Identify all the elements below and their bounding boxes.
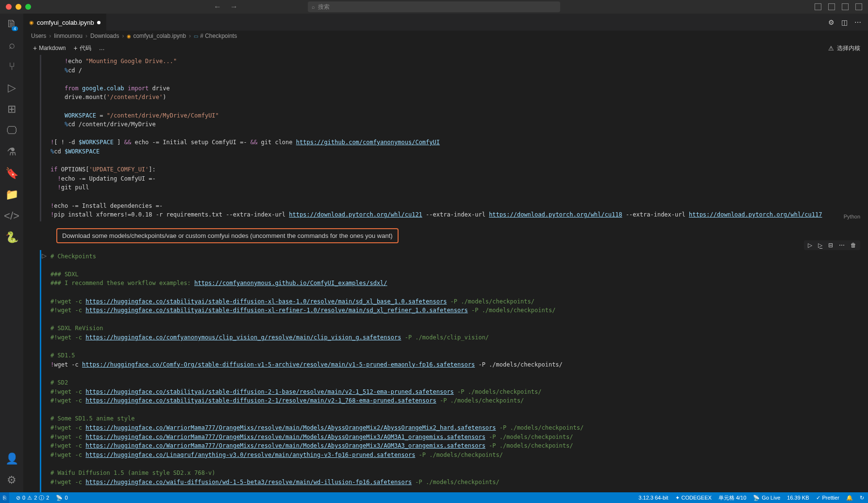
python-icon[interactable]: 🐍 bbox=[5, 231, 18, 244]
plus-icon: + bbox=[74, 44, 78, 52]
minimize-window-button[interactable] bbox=[16, 4, 21, 10]
code-cell-1: !echo "Mounting Google Drive..." %cd / f… bbox=[23, 55, 868, 221]
command-center-search[interactable]: ⌕ 搜索 bbox=[308, 1, 560, 12]
source-control-icon[interactable]: ⑂ bbox=[9, 60, 15, 73]
split-editor-icon[interactable]: ◫ bbox=[841, 18, 848, 26]
prettier-status[interactable]: ✓Prettier bbox=[816, 494, 839, 502]
cell-body[interactable]: !echo "Mounting Google Drive..." %cd / f… bbox=[50, 55, 868, 221]
broadcast-icon: 📡 bbox=[753, 495, 760, 501]
navigation-arrows: ← → bbox=[214, 2, 238, 11]
add-code-button[interactable]: +代码 bbox=[72, 43, 93, 53]
run-by-line-icon[interactable]: ▷ bbox=[808, 242, 812, 249]
info-icon: ⓘ bbox=[39, 494, 44, 502]
explorer-icon[interactable]: 🗎4 bbox=[6, 17, 17, 30]
extensions-icon[interactable]: ⊞ bbox=[7, 103, 16, 116]
settings-gear-icon[interactable]: ⚙ bbox=[7, 474, 17, 486]
delete-cell-icon[interactable]: 🗑 bbox=[851, 242, 856, 249]
kernel-selector[interactable]: ⚠ 选择内核 bbox=[828, 44, 860, 52]
ports-status[interactable]: 📡0 bbox=[56, 495, 67, 501]
breadcrumb-file[interactable]: ◉comfyui_colab.ipynb bbox=[127, 33, 186, 39]
breadcrumb-users[interactable]: Users bbox=[31, 33, 46, 39]
cell-stripe bbox=[40, 55, 41, 221]
titlebar: ← → ⌕ 搜索 bbox=[0, 0, 868, 14]
nav-forward-button[interactable]: → bbox=[230, 2, 238, 11]
accounts-icon[interactable]: 👤 bbox=[5, 453, 18, 465]
problems-status[interactable]: ⊘0 ⚠2 ⓘ2 bbox=[16, 494, 49, 502]
warning-icon: ⚠ bbox=[27, 495, 32, 501]
feedback-icon[interactable]: ↻ bbox=[860, 494, 864, 502]
codegeex-status[interactable]: ✦CODEGEEX bbox=[675, 494, 712, 502]
remote-explorer-icon[interactable]: 🖵 bbox=[6, 124, 17, 137]
language-label[interactable]: Python bbox=[844, 214, 860, 219]
testing-icon[interactable]: ⚗ bbox=[7, 146, 17, 158]
code-content[interactable]: !echo "Mounting Google Drive..." %cd / f… bbox=[50, 55, 860, 221]
chevron-right-icon: › bbox=[85, 33, 87, 39]
code-icon[interactable]: </> bbox=[4, 210, 19, 222]
run-debug-icon[interactable]: ▷ bbox=[8, 82, 16, 94]
cells-status[interactable]: 单元格 4/10 bbox=[718, 494, 746, 502]
code-cell-2: ▷ ▷ ▷̲ ⊟ ⋯ 🗑 # Checkpoints ### SDXL ### … bbox=[23, 250, 868, 492]
remote-indicator[interactable]: ⎘ bbox=[0, 492, 9, 503]
explorer-badge: 4 bbox=[12, 26, 18, 31]
customize-layout-icon[interactable] bbox=[855, 3, 862, 10]
execute-above-icon[interactable]: ▷̲ bbox=[818, 242, 822, 249]
editor-tab-actions: ⚙ ◫ ⋯ bbox=[828, 14, 868, 31]
breadcrumb-checkpoints[interactable]: ▭# Checkpoints bbox=[194, 33, 237, 39]
dirty-indicator bbox=[97, 21, 100, 24]
code-content[interactable]: # Checkpoints ### SDXL ### I recommend t… bbox=[50, 250, 860, 492]
plus-icon: + bbox=[33, 44, 37, 52]
toggle-primary-sidebar-icon[interactable] bbox=[815, 3, 821, 10]
notebook-content[interactable]: !echo "Mounting Google Drive..." %cd / f… bbox=[23, 55, 868, 492]
markdown-cell-download: Download some models/checkpoints/vae or … bbox=[23, 225, 868, 246]
error-icon: ⊘ bbox=[16, 495, 20, 501]
search-placeholder: 搜索 bbox=[318, 3, 330, 11]
more-actions-icon[interactable]: ⋯ bbox=[854, 18, 861, 26]
tab-comfyui-colab[interactable]: ◉ comfyui_colab.ipynb bbox=[23, 14, 106, 31]
cell-toolbar: ▷ ▷̲ ⊟ ⋯ 🗑 bbox=[804, 240, 860, 250]
toggle-secondary-sidebar-icon[interactable] bbox=[842, 3, 849, 10]
editor-tabs: ◉ comfyui_colab.ipynb ⚙ ◫ ⋯ bbox=[23, 14, 868, 31]
python-version-status[interactable]: 3.12.3 64-bit bbox=[638, 494, 668, 502]
tab-filename: comfyui_colab.ipynb bbox=[37, 19, 94, 26]
breadcrumb: Users › linmoumou › Downloads › ◉comfyui… bbox=[23, 31, 868, 41]
jupyter-icon: ◉ bbox=[29, 19, 34, 26]
close-window-button[interactable] bbox=[6, 4, 12, 10]
cell-stripe-active bbox=[40, 250, 41, 492]
cell-gutter bbox=[23, 225, 50, 246]
more-cell-actions-icon[interactable]: ⋯ bbox=[839, 242, 845, 249]
run-cell-button[interactable]: ▷ bbox=[42, 252, 47, 492]
nav-back-button[interactable]: ← bbox=[214, 2, 221, 11]
kernel-label: 选择内核 bbox=[837, 44, 860, 52]
search-icon: ⌕ bbox=[312, 4, 315, 10]
statusbar: ⎘ ⊘0 ⚠2 ⓘ2 📡0 3.12.3 64-bit ✦CODEGEEX 单元… bbox=[0, 492, 868, 503]
search-activity-icon[interactable]: ⌕ bbox=[9, 39, 15, 51]
file-size-status[interactable]: 16.39 KB bbox=[787, 494, 809, 502]
breadcrumb-downloads[interactable]: Downloads bbox=[90, 33, 119, 39]
cell-gutter bbox=[23, 55, 50, 221]
sparkle-icon: ✦ bbox=[675, 495, 680, 501]
folder-icon[interactable]: 📁 bbox=[5, 188, 18, 201]
check-icon: ✓ bbox=[816, 495, 820, 501]
split-cell-icon[interactable]: ⊟ bbox=[828, 242, 833, 249]
add-markdown-button[interactable]: +Markdown bbox=[31, 43, 68, 53]
compare-icon[interactable]: ⚙ bbox=[828, 18, 835, 26]
maximize-window-button[interactable] bbox=[25, 4, 31, 10]
chevron-right-icon: › bbox=[49, 33, 51, 39]
notifications-icon[interactable]: 🔔 bbox=[846, 494, 853, 502]
markdown-heading-highlighted: Download some models/checkpoints/vae or … bbox=[56, 228, 399, 243]
jupyter-icon: ◉ bbox=[127, 34, 131, 39]
cell-body[interactable]: ▷ ▷̲ ⊟ ⋯ 🗑 # Checkpoints ### SDXL ### I … bbox=[50, 250, 868, 492]
layout-controls bbox=[815, 3, 862, 10]
cell-gutter: ▷ bbox=[23, 250, 50, 492]
markdown-body[interactable]: Download some models/checkpoints/vae or … bbox=[50, 225, 868, 246]
kernel-icon: ⚠ bbox=[828, 45, 834, 52]
markdown-icon: ▭ bbox=[194, 34, 198, 39]
bookmarks-icon[interactable]: 🔖 bbox=[5, 167, 18, 180]
go-live-status[interactable]: 📡Go Live bbox=[753, 494, 780, 502]
breadcrumb-linmoumou[interactable]: linmoumou bbox=[54, 33, 83, 39]
notebook-toolbar: +Markdown +代码 … ⚠ 选择内核 bbox=[23, 41, 868, 55]
radio-icon: 📡 bbox=[56, 495, 63, 501]
toolbar-more-button[interactable]: … bbox=[97, 44, 107, 52]
editor-area: ◉ comfyui_colab.ipynb ⚙ ◫ ⋯ Users › linm… bbox=[23, 14, 868, 492]
toggle-panel-icon[interactable] bbox=[828, 3, 835, 10]
